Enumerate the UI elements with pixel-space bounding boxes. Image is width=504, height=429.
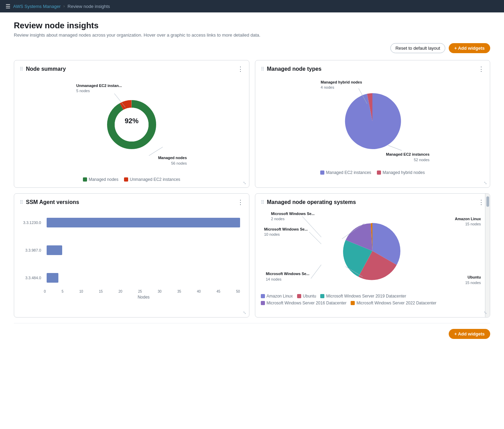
managed-node-types-menu-icon[interactable]: ⋮ xyxy=(478,66,484,72)
legend-amazon-linux: Amazon Linux xyxy=(261,294,293,299)
legend-unmanaged-ec2: Unmanaged EC2 instances xyxy=(124,177,180,182)
node-summary-title-row: ⠿ Node summary xyxy=(20,66,66,72)
node-summary-menu-icon[interactable]: ⋮ xyxy=(237,66,244,72)
os-ubuntu-label: Ubuntu 15 nodes xyxy=(465,275,481,285)
axis-tick-25: 25 xyxy=(138,290,142,293)
drag-handle-icon-3[interactable]: ⠿ xyxy=(20,199,23,205)
legend-dot-blue xyxy=(320,170,324,175)
axis-tick-0: 0 xyxy=(44,290,46,293)
axis-tick-30: 30 xyxy=(158,290,161,293)
managed-node-os-chart: Microsoft Windows Se... 2 nodes Microsof… xyxy=(261,209,485,292)
resize-handle-node-types[interactable]: ⤡ xyxy=(484,181,487,185)
legend-label-ec2: Managed EC2 instances xyxy=(326,170,371,175)
bar-fill-2 xyxy=(47,245,62,255)
legend-dot-green xyxy=(83,177,87,182)
bar-label-3: 3.3.484.0 xyxy=(20,276,44,280)
hybrid-label: Managed hybrid nodes 4 nodes xyxy=(321,80,362,90)
axis-tick-40: 40 xyxy=(197,290,201,293)
scrollbar[interactable] xyxy=(485,194,490,317)
bar-fill-3 xyxy=(47,273,58,283)
legend-label-ubuntu: Ubuntu xyxy=(303,294,316,299)
managed-node-types-legend: Managed EC2 instances Managed hybrid nod… xyxy=(261,170,485,175)
resize-handle-os[interactable]: ⤡ xyxy=(484,310,487,315)
bar-axis-title: Nodes xyxy=(20,295,244,300)
svg-text:92%: 92% xyxy=(125,117,139,125)
legend-label-managed: Managed nodes xyxy=(89,177,118,182)
legend-dot-pink xyxy=(377,170,381,175)
bar-track-1 xyxy=(47,218,240,227)
legend-dot-win2022 xyxy=(351,301,355,305)
legend-dot-win2016 xyxy=(261,301,265,305)
svg-line-9 xyxy=(309,232,321,244)
page-header: Review node insights Review insights abo… xyxy=(14,21,490,38)
drag-handle-icon-2[interactable]: ⠿ xyxy=(261,66,264,72)
drag-handle-icon[interactable]: ⠿ xyxy=(20,66,23,72)
legend-win2019: Microsoft Windows Server 2019 Datacenter xyxy=(320,294,406,299)
legend-label-win2019: Microsoft Windows Server 2019 Datacenter xyxy=(326,294,406,299)
bar-row-2: 3.3.987.0 xyxy=(44,245,240,255)
legend-dot-ubuntu xyxy=(297,294,301,298)
axis-tick-45: 45 xyxy=(217,290,220,293)
axis-tick-35: 35 xyxy=(177,290,181,293)
managed-node-types-title-row: ⠿ Managed node types xyxy=(261,66,322,72)
drag-handle-icon-4[interactable]: ⠿ xyxy=(261,199,264,205)
ssm-agent-versions-menu-icon[interactable]: ⋮ xyxy=(237,199,244,205)
bar-axis: 0 5 10 15 20 25 30 35 40 45 50 xyxy=(20,290,244,293)
os-amazon-label: Amazon Linux 15 nodes xyxy=(455,216,481,227)
os-ms10-label: Microsoft Windows Se... 10 nodes xyxy=(264,227,308,237)
bar-track-3 xyxy=(47,273,240,283)
resize-handle-ssm[interactable]: ⤡ xyxy=(243,310,246,315)
legend-dot-red xyxy=(124,177,128,182)
bar-fill-1 xyxy=(47,218,240,227)
bar-label-2: 3.3.987.0 xyxy=(20,248,44,252)
legend-ubuntu: Ubuntu xyxy=(297,294,316,299)
page-container: Review node insights Review insights abo… xyxy=(0,12,504,429)
os-pie-chart-svg xyxy=(341,220,403,282)
node-summary-chart: Unmanaged EC2 instan... 5 nodes Managed … xyxy=(20,76,244,173)
page-title: Review node insights xyxy=(14,21,490,30)
axis-tick-50: 50 xyxy=(236,290,240,293)
ec2-label: Managed EC2 instances 52 nodes xyxy=(386,152,429,163)
nav-link-systems-manager[interactable]: AWS Systems Manager xyxy=(13,4,61,9)
donut-chart-svg: 92% xyxy=(104,97,159,152)
bar-label-1: 3.3.1230.0 xyxy=(20,221,44,225)
axis-tick-15: 15 xyxy=(99,290,103,293)
breadcrumb-current: Review node insights xyxy=(68,4,110,9)
add-widgets-button[interactable]: + Add widgets xyxy=(449,43,490,53)
reset-layout-button[interactable]: Reset to default layout xyxy=(390,43,445,53)
managed-node-types-widget: ⠿ Managed node types ⋮ Managed hybrid no… xyxy=(255,60,491,188)
node-summary-title: Node summary xyxy=(26,66,66,72)
breadcrumb-separator: › xyxy=(64,4,65,9)
bottom-add-widgets-button[interactable]: + Add widgets xyxy=(449,329,490,339)
legend-label-win2016: Microsoft Windows Server 2016 Datacenter xyxy=(267,301,346,305)
managed-node-types-chart: Managed hybrid nodes 4 nodes Managed EC2… xyxy=(261,76,485,166)
unmanaged-label: Unmanaged EC2 instan... 5 nodes xyxy=(76,83,122,94)
legend-hybrid-nodes: Managed hybrid nodes xyxy=(377,170,425,175)
bar-axis-labels: 0 5 10 15 20 25 30 35 40 45 50 xyxy=(44,290,240,293)
managed-node-os-menu-icon[interactable]: ⋮ xyxy=(478,199,484,205)
legend-label-amazon: Amazon Linux xyxy=(267,294,293,299)
os-ms2-label: Microsoft Windows Se... 2 nodes xyxy=(271,211,315,222)
top-navigation: ☰ AWS Systems Manager › Review node insi… xyxy=(0,0,504,12)
managed-node-types-title: Managed node types xyxy=(267,66,322,72)
ssm-agent-versions-chart: 3.3.1230.0 3.3.987.0 3.3.484 xyxy=(20,209,244,299)
resize-handle-node-summary[interactable]: ⤡ xyxy=(243,181,246,185)
svg-line-10 xyxy=(311,265,321,279)
managed-node-os-title: Managed node operating systems xyxy=(267,199,356,205)
legend-label-unmanaged: Unmanaged EC2 instances xyxy=(130,177,180,182)
page-subtitle: Review insights about managed nodes acro… xyxy=(14,32,490,38)
managed-node-os-title-row: ⠿ Managed node operating systems xyxy=(261,199,356,205)
node-summary-legend: Managed nodes Unmanaged EC2 instances xyxy=(20,177,244,182)
legend-dot-amazon xyxy=(261,294,265,298)
pie-chart-svg xyxy=(341,90,403,152)
node-summary-header: ⠿ Node summary ⋮ xyxy=(20,66,244,72)
managed-label: Managed nodes 56 nodes xyxy=(158,155,187,166)
bar-row-1: 3.3.1230.0 xyxy=(44,218,240,227)
hamburger-icon[interactable]: ☰ xyxy=(6,3,10,10)
widgets-grid: ⠿ Node summary ⋮ Unmanaged EC2 instan...… xyxy=(14,60,490,318)
legend-label-win2022: Microsoft Windows Server 2022 Datacenter xyxy=(356,301,436,305)
legend-ec2-instances: Managed EC2 instances xyxy=(320,170,371,175)
legend-label-hybrid: Managed hybrid nodes xyxy=(383,170,425,175)
bar-row-3: 3.3.484.0 xyxy=(44,273,240,283)
legend-managed-nodes: Managed nodes xyxy=(83,177,118,182)
